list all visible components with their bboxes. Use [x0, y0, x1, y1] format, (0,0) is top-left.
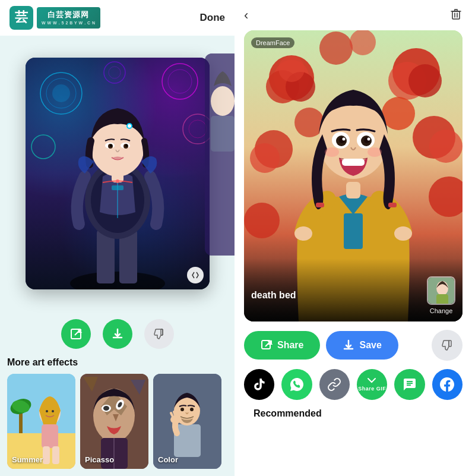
svg-point-67 [190, 408, 194, 411]
logo-text: 白芸资源网 W W W . 5 2 B Y W . C N [37, 7, 100, 29]
svg-point-6 [168, 70, 192, 93]
svg-rect-97 [316, 203, 324, 207]
svg-point-4 [52, 84, 70, 102]
svg-point-78 [278, 56, 305, 82]
copy-link-button[interactable] [319, 369, 350, 400]
svg-point-86 [319, 31, 353, 65]
svg-line-71 [177, 412, 178, 415]
share-big-button[interactable]: Share [244, 331, 320, 360]
dislike-big-button[interactable] [432, 330, 463, 361]
svg-rect-43 [42, 424, 58, 448]
svg-point-31 [211, 86, 235, 116]
more-effects-section: More art effects [0, 357, 235, 476]
svg-point-85 [429, 130, 463, 163]
effects-grid: Summer [7, 374, 227, 469]
tiktok-button[interactable] [244, 369, 274, 400]
right-header: ‹ [235, 0, 472, 30]
svg-rect-98 [388, 203, 397, 207]
social-share-row: Share GIF [244, 369, 463, 400]
svg-point-87 [350, 30, 376, 55]
song-bar: death bed Change [244, 259, 463, 321]
bottom-actions: Share Save [235, 321, 472, 425]
main-art-card [26, 58, 210, 289]
dislike-left-button[interactable] [144, 319, 174, 349]
svg-point-10 [104, 62, 125, 83]
message-button[interactable] [394, 369, 425, 400]
left-panel: 芸 白芸资源网 W W W . 5 2 B Y W . C N Done [0, 0, 235, 476]
svg-line-70 [174, 412, 175, 415]
effect-card-picasso[interactable]: Picasso [80, 374, 148, 469]
svg-rect-45 [52, 446, 59, 464]
effect-label-summer: Summer [12, 455, 43, 464]
result-card: DreamFace death bed Change [244, 30, 463, 321]
effect-card-summer[interactable]: Summer [7, 374, 75, 469]
svg-point-109 [368, 147, 382, 157]
svg-rect-92 [344, 213, 363, 249]
share-left-button[interactable] [61, 319, 91, 349]
effect-label-picasso: Picasso [85, 455, 114, 464]
facebook-button[interactable] [432, 369, 463, 400]
svg-point-88 [244, 203, 280, 238]
back-button[interactable]: ‹ [244, 8, 248, 23]
share-save-row: Share Save [244, 330, 463, 361]
svg-point-94 [394, 226, 412, 241]
svg-point-106 [368, 138, 370, 141]
left-header: 芸 白芸资源网 W W W . 5 2 B Y W . C N Done [0, 0, 235, 36]
svg-point-66 [180, 408, 184, 411]
svg-rect-32 [211, 116, 235, 152]
svg-point-81 [408, 64, 442, 97]
svg-rect-95 [346, 182, 360, 198]
svg-rect-72 [452, 11, 460, 19]
effect-card-color[interactable]: Color [153, 374, 221, 469]
svg-point-21 [128, 124, 131, 128]
svg-point-108 [325, 147, 339, 157]
svg-line-69 [171, 413, 173, 417]
delete-button[interactable] [449, 7, 463, 23]
side-card-peek [205, 53, 235, 256]
recommended-title: Recommended [244, 408, 463, 419]
song-name: death bed [251, 290, 296, 301]
change-thumb [427, 276, 455, 305]
svg-rect-114 [449, 341, 451, 346]
svg-text:芸: 芸 [15, 10, 28, 24]
action-buttons-row [0, 311, 235, 357]
change-label: Change [430, 307, 453, 314]
svg-point-26 [110, 144, 112, 147]
svg-point-91 [382, 97, 415, 130]
whatsapp-button[interactable] [281, 369, 312, 400]
download-button[interactable] [103, 319, 132, 349]
svg-point-47 [52, 410, 54, 412]
svg-point-93 [294, 226, 312, 241]
effect-label-color: Color [158, 455, 178, 464]
svg-point-29 [116, 179, 119, 183]
svg-point-11 [109, 67, 121, 78]
svg-point-52 [103, 406, 109, 411]
svg-point-46 [46, 410, 48, 412]
svg-rect-107 [342, 159, 365, 166]
logo-area: 芸 白芸资源网 W W W . 5 2 B Y W . C N [9, 6, 100, 30]
svg-point-27 [125, 144, 128, 147]
svg-rect-18 [112, 185, 123, 190]
svg-point-5 [162, 64, 198, 99]
save-big-button[interactable]: Save [326, 331, 398, 360]
done-button[interactable]: Done [200, 12, 226, 24]
compare-handle[interactable] [187, 267, 204, 283]
svg-point-12 [70, 272, 165, 289]
svg-rect-44 [43, 446, 50, 464]
svg-point-83 [250, 143, 280, 173]
svg-point-9 [31, 135, 55, 159]
svg-rect-112 [436, 294, 448, 305]
change-photo-btn[interactable]: Change [427, 276, 455, 314]
logo-icon: 芸 [9, 6, 33, 30]
svg-point-8 [189, 120, 207, 138]
svg-point-105 [343, 138, 346, 141]
more-effects-title: More art effects [7, 357, 227, 368]
right-panel: ‹ [235, 0, 472, 476]
share-gif-button[interactable]: Share GIF [357, 369, 387, 400]
neon-decoration [26, 58, 210, 289]
main-image-area [0, 36, 235, 311]
watermark: DreamFace [251, 37, 294, 48]
